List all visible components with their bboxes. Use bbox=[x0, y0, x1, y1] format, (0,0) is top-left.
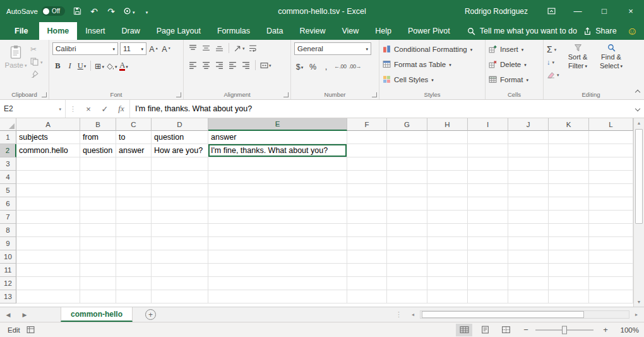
cell-B10[interactable] bbox=[80, 250, 116, 264]
cell-H1[interactable] bbox=[427, 131, 468, 144]
cell-F5[interactable] bbox=[347, 184, 387, 197]
cell-C12[interactable] bbox=[116, 277, 152, 290]
cell-J10[interactable] bbox=[508, 250, 549, 264]
tab-draw[interactable]: Draw bbox=[114, 22, 148, 40]
align-middle-button[interactable] bbox=[200, 42, 212, 54]
cell-I3[interactable] bbox=[468, 157, 508, 171]
orientation-button[interactable] bbox=[232, 42, 246, 54]
share-button[interactable]: Share bbox=[583, 27, 616, 35]
cell-H6[interactable] bbox=[427, 197, 468, 211]
cell-G12[interactable] bbox=[387, 277, 427, 290]
cell-A4[interactable] bbox=[16, 171, 80, 184]
cell-G13[interactable] bbox=[387, 290, 427, 303]
vertical-scroll-track[interactable] bbox=[634, 128, 644, 297]
cell-A10[interactable] bbox=[16, 250, 80, 264]
scroll-down-button[interactable]: ▼ bbox=[634, 297, 644, 307]
name-box-dropdown-icon[interactable] bbox=[59, 104, 61, 113]
cell-I7[interactable] bbox=[468, 211, 508, 224]
cell-J12[interactable] bbox=[508, 277, 549, 290]
cell-I11[interactable] bbox=[468, 264, 508, 277]
name-box[interactable]: E2 bbox=[0, 100, 66, 118]
cell-B7[interactable] bbox=[80, 211, 116, 224]
decrease-decimal-button[interactable]: .00→ bbox=[349, 63, 362, 70]
cell-L4[interactable] bbox=[589, 171, 633, 184]
cell-F8[interactable] bbox=[347, 224, 387, 237]
cell-D11[interactable] bbox=[152, 264, 208, 277]
increase-font-size-button[interactable]: A bbox=[148, 43, 159, 54]
cell-G6[interactable] bbox=[387, 197, 427, 211]
cell-F11[interactable] bbox=[347, 264, 387, 277]
paste-button[interactable]: Paste bbox=[3, 42, 28, 69]
align-center-button[interactable] bbox=[200, 59, 212, 71]
enter-button[interactable]: ✓ bbox=[97, 100, 113, 118]
cell-G7[interactable] bbox=[387, 211, 427, 224]
hscroll-left-button[interactable]: ◂ bbox=[408, 307, 418, 322]
cell-F6[interactable] bbox=[347, 197, 387, 211]
row-header-12[interactable]: 12 bbox=[0, 277, 16, 290]
tab-page-layout[interactable]: Page Layout bbox=[148, 22, 209, 40]
font-color-button[interactable]: A bbox=[119, 60, 129, 71]
customize-qat-button[interactable] bbox=[142, 4, 152, 18]
format-as-table-button[interactable]: Format as Table bbox=[383, 58, 482, 71]
clear-button[interactable] bbox=[547, 69, 559, 80]
view-page-break-button[interactable] bbox=[498, 324, 514, 336]
cell-C1[interactable]: to bbox=[116, 131, 152, 144]
cancel-button[interactable]: × bbox=[80, 100, 97, 118]
cell-H3[interactable] bbox=[427, 157, 468, 171]
collapse-ribbon-button[interactable] bbox=[636, 87, 640, 96]
sheet-nav-right-button[interactable]: ▶ bbox=[16, 307, 33, 322]
cell-F4[interactable] bbox=[347, 171, 387, 184]
cell-I4[interactable] bbox=[468, 171, 508, 184]
touch-mouse-mode-button[interactable] bbox=[123, 4, 135, 18]
sheet-tab-common-hello[interactable]: common-hello bbox=[61, 307, 133, 322]
cell-B3[interactable] bbox=[80, 157, 116, 171]
cell-L3[interactable] bbox=[589, 157, 633, 171]
fill-color-button[interactable] bbox=[106, 60, 117, 71]
cell-L8[interactable] bbox=[589, 224, 633, 237]
tab-file[interactable]: File bbox=[4, 22, 39, 40]
cell-A13[interactable] bbox=[16, 290, 80, 303]
cell-E10[interactable] bbox=[208, 250, 347, 264]
column-header-J[interactable]: J bbox=[508, 118, 549, 131]
cell-B8[interactable] bbox=[80, 224, 116, 237]
cell-J6[interactable] bbox=[508, 197, 549, 211]
horizontal-scroll-thumb[interactable] bbox=[422, 311, 584, 318]
cell-K13[interactable] bbox=[549, 290, 589, 303]
cell-G10[interactable] bbox=[387, 250, 427, 264]
cell-B1[interactable]: from bbox=[80, 131, 116, 144]
cell-I2[interactable] bbox=[468, 144, 508, 157]
cell-B2[interactable]: question bbox=[80, 144, 116, 157]
cell-E2[interactable]: I'm fine, thanks. What about you? bbox=[208, 144, 347, 157]
cell-D12[interactable] bbox=[152, 277, 208, 290]
cell-A2[interactable]: common.hello bbox=[16, 144, 80, 157]
cell-L7[interactable] bbox=[589, 211, 633, 224]
align-top-button[interactable] bbox=[187, 42, 199, 54]
sheet-nav-left-button[interactable]: ◀ bbox=[0, 307, 16, 322]
cell-K8[interactable] bbox=[549, 224, 589, 237]
cell-B4[interactable] bbox=[80, 171, 116, 184]
cell-A11[interactable] bbox=[16, 264, 80, 277]
tab-insert[interactable]: Insert bbox=[77, 22, 113, 40]
cell-H11[interactable] bbox=[427, 264, 468, 277]
percent-style-button[interactable]: % bbox=[307, 61, 318, 72]
cell-I13[interactable] bbox=[468, 290, 508, 303]
minimize-button[interactable]: — bbox=[564, 0, 591, 22]
zoom-slider[interactable] bbox=[535, 329, 593, 331]
increase-decimal-button[interactable]: ←.00 bbox=[334, 63, 347, 70]
format-cells-button[interactable]: Format bbox=[489, 73, 540, 86]
cell-E12[interactable] bbox=[208, 277, 347, 290]
cell-I5[interactable] bbox=[468, 184, 508, 197]
column-header-D[interactable]: D bbox=[152, 118, 208, 131]
row-header-2[interactable]: 2 bbox=[0, 144, 16, 157]
row-header-9[interactable]: 9 bbox=[0, 237, 16, 250]
cell-E8[interactable] bbox=[208, 224, 347, 237]
user-account[interactable]: Rodrigo Rodriguez bbox=[465, 7, 528, 16]
zoom-in-button[interactable]: + bbox=[600, 325, 611, 334]
underline-button[interactable]: U bbox=[76, 60, 87, 71]
cell-E1[interactable]: answer bbox=[208, 131, 347, 144]
formula-input[interactable]: I'm fine, thanks. What about you? bbox=[129, 100, 631, 118]
cell-A5[interactable] bbox=[16, 184, 80, 197]
cell-B6[interactable] bbox=[80, 197, 116, 211]
cell-E3[interactable] bbox=[208, 157, 347, 171]
cell-C5[interactable] bbox=[116, 184, 152, 197]
